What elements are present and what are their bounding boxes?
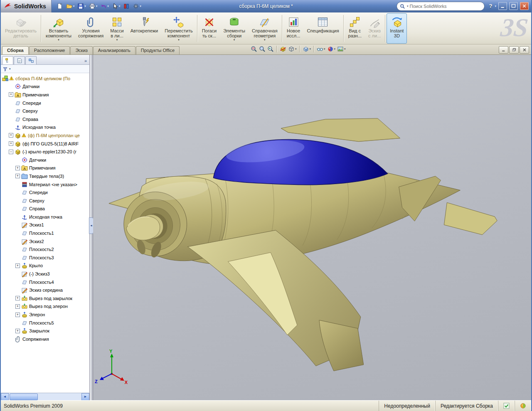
help-button[interactable]: ? (489, 3, 493, 9)
tree-item[interactable]: Датчики (2, 83, 89, 91)
filter-caret[interactable]: ▾ (9, 67, 11, 71)
view-toolbar-view-orient-button[interactable]: ▾ (288, 45, 297, 53)
tree-item[interactable]: Плоскость5 (2, 319, 89, 327)
ribbon-button-edit-part[interactable]: Редактироватьдеталь (2, 13, 40, 44)
quickbar-open-folder-button[interactable]: ▾ (65, 2, 76, 10)
view-toolbar-scene-icon-button[interactable]: ▾ (337, 45, 346, 53)
quickbar-rebuild-button[interactable] (122, 2, 131, 10)
tree-item[interactable]: +Вырез под элерон (2, 303, 89, 311)
close-button[interactable] (520, 2, 529, 10)
tree-item[interactable]: +Крыло (2, 262, 89, 270)
doc-restore-button[interactable] (509, 46, 519, 54)
quickbar-save-button[interactable]: ▾ (76, 2, 87, 10)
ribbon-button-suppress[interactable]: Погасить ск... (199, 13, 220, 44)
tree-item[interactable]: +Вырез под закрылок (2, 294, 89, 303)
tree-item[interactable]: Плоскость4 (2, 278, 89, 286)
tree-item[interactable]: +Элерон (2, 310, 89, 319)
ribbon-button-bom[interactable]: Спецификация (303, 13, 342, 44)
tree-item[interactable]: Материал <не указан> (2, 180, 89, 189)
tree-item[interactable]: +AПримечания (2, 91, 89, 99)
document-tab[interactable]: Эскиз (70, 46, 92, 54)
ribbon-button-ref-geom[interactable]: Справочнаягеометрия▾ (249, 13, 281, 44)
tree-item[interactable]: Плоскость2 (2, 245, 89, 253)
minimize-button[interactable] (498, 2, 507, 10)
expand-toggle[interactable]: + (15, 304, 20, 309)
search-box[interactable]: ▾ Поиск SolidWorks (397, 2, 485, 11)
tailplane-right[interactable] (444, 202, 497, 234)
expand-toggle[interactable]: + (15, 166, 20, 170)
tree-item[interactable]: Эскиз1 (2, 221, 89, 229)
tree-horizontal-scrollbar[interactable]: ◄ ► (1, 393, 89, 400)
filter-funnel-icon[interactable] (2, 65, 8, 73)
document-tab[interactable]: Сборка (2, 46, 29, 54)
status-check-cell[interactable] (498, 401, 515, 411)
ribbon-button-asm-features[interactable]: Элементысборки▾ (220, 13, 249, 44)
canopy[interactable] (213, 137, 387, 185)
view-toolbar-section-button[interactable] (279, 45, 287, 53)
view-toolbar-appearance-button[interactable]: ▾ (327, 45, 336, 53)
tree-item[interactable]: (-) Эскиз3 (2, 270, 89, 278)
scroll-left-button[interactable]: ◄ (1, 393, 9, 401)
quick-tips-toggle[interactable] (515, 401, 531, 411)
view-toolbar-zoom-fit-button[interactable] (250, 45, 258, 53)
document-tab[interactable]: Анализировать (93, 46, 135, 54)
ribbon-button-sketch[interactable]: Эскизс ли... (365, 13, 384, 44)
tree-item[interactable]: +(ф) ПГО GU25-5(11)8 AIRF (2, 140, 89, 148)
tree-item[interactable]: +(ф) П-6М центроплан це (2, 131, 89, 140)
tree-item[interactable]: Плоскость1 (2, 229, 89, 237)
quickbar-new-doc-button[interactable] (56, 2, 64, 10)
tree-item[interactable]: Сопряжения (2, 335, 89, 343)
tree-item[interactable]: +Твердые тела(3) (2, 172, 89, 180)
expand-toggle[interactable]: + (15, 263, 20, 268)
panel-splitter[interactable]: ◄ (90, 55, 93, 400)
tree-item[interactable]: сборка П-6М целиком (По (2, 74, 89, 83)
panel-more-chevrons[interactable]: » (84, 58, 88, 64)
ribbon-button-instant3d[interactable]: Instant3D (387, 13, 407, 44)
panel-tab-p-tree[interactable] (2, 56, 13, 64)
document-tab[interactable]: Расположение (29, 46, 70, 54)
ribbon-button-mate[interactable]: Условиясопряжения (75, 13, 107, 44)
quickbar-select-arrow-button[interactable]: ▾ (111, 2, 121, 10)
tree-item[interactable]: +AПримечания (2, 164, 89, 172)
ribbon-button-pattern[interactable]: Массив ли...▾ (107, 13, 127, 44)
tree-item[interactable]: Спереди (2, 188, 89, 197)
doc-minimize-button[interactable] (499, 46, 508, 54)
tree-item[interactable]: Сверху (2, 107, 89, 115)
view-toolbar-display-style-button[interactable]: ▾ (302, 45, 312, 53)
expand-toggle[interactable]: + (15, 296, 20, 300)
help-dropdown-caret[interactable]: ▾ (495, 5, 496, 8)
expand-toggle[interactable]: − (9, 150, 13, 154)
search-dropdown-caret[interactable]: ▾ (407, 5, 409, 8)
tree-item[interactable]: Спереди (2, 99, 89, 107)
expand-toggle[interactable]: + (9, 92, 13, 97)
ribbon-button-insert-comp[interactable]: Вставитькомпоненты▾ (42, 13, 75, 44)
scroll-thumb[interactable] (10, 394, 38, 400)
expand-toggle[interactable]: + (15, 313, 20, 317)
main-wing[interactable] (188, 230, 364, 371)
expand-toggle[interactable]: + (9, 141, 13, 146)
tree-item[interactable]: Эскиз середина (2, 286, 89, 294)
quickbar-undo-button[interactable]: ▾ (99, 2, 110, 10)
tree-item[interactable]: Датчики (2, 156, 89, 164)
expand-toggle[interactable]: + (15, 174, 20, 178)
graphics-area[interactable]: Y X Z (93, 55, 531, 400)
quickbar-print-button[interactable]: ▾ (88, 2, 99, 10)
view-toolbar-zoom-area-button[interactable] (259, 45, 266, 53)
tree-item[interactable]: −(-) крыло eppler1230-20 (г (2, 148, 89, 156)
doc-close-button[interactable] (520, 46, 529, 54)
maximize-button[interactable] (509, 2, 518, 10)
viewport[interactable]: Y X Z (93, 55, 531, 400)
tree-item[interactable]: Эскиз2 (2, 237, 89, 246)
tree-item[interactable]: Исходная точка (2, 213, 89, 221)
ribbon-button-move-comp[interactable]: Переместитькомпонент▾ (161, 13, 196, 44)
search-input[interactable]: Поиск SolidWorks (410, 4, 447, 9)
ribbon-button-fasteners[interactable]: Автокрепежи (127, 13, 161, 44)
panel-tab-p-props[interactable] (14, 56, 25, 64)
expand-toggle[interactable]: + (9, 133, 13, 138)
ribbon-button-exploded[interactable]: Вид сразн... (345, 13, 365, 44)
tree-item[interactable]: +Закрылок (2, 327, 89, 335)
tree-item[interactable]: Справа (2, 205, 89, 213)
ribbon-button-new-study[interactable]: Новоеиссл... (283, 13, 304, 44)
tree-item[interactable]: Справа (2, 115, 89, 123)
quickbar-options-button[interactable]: ▾ (132, 2, 142, 10)
